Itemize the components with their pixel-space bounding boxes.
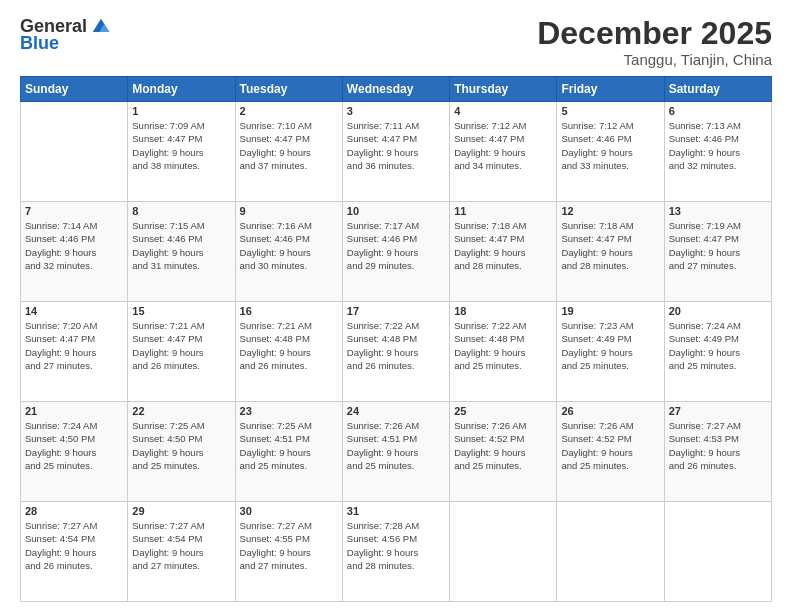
weekday-header-friday: Friday <box>557 77 664 102</box>
day-info: Sunrise: 7:27 AMSunset: 4:53 PMDaylight:… <box>669 419 767 472</box>
day-number: 18 <box>454 305 552 317</box>
day-info: Sunrise: 7:21 AMSunset: 4:47 PMDaylight:… <box>132 319 230 372</box>
day-number: 4 <box>454 105 552 117</box>
day-info: Sunrise: 7:23 AMSunset: 4:49 PMDaylight:… <box>561 319 659 372</box>
day-info: Sunrise: 7:19 AMSunset: 4:47 PMDaylight:… <box>669 219 767 272</box>
day-number: 15 <box>132 305 230 317</box>
calendar-cell: 29Sunrise: 7:27 AMSunset: 4:54 PMDayligh… <box>128 502 235 602</box>
day-number: 27 <box>669 405 767 417</box>
day-info: Sunrise: 7:27 AMSunset: 4:54 PMDaylight:… <box>25 519 123 572</box>
calendar-cell: 10Sunrise: 7:17 AMSunset: 4:46 PMDayligh… <box>342 202 449 302</box>
day-number: 9 <box>240 205 338 217</box>
calendar-cell: 24Sunrise: 7:26 AMSunset: 4:51 PMDayligh… <box>342 402 449 502</box>
day-info: Sunrise: 7:26 AMSunset: 4:52 PMDaylight:… <box>454 419 552 472</box>
day-info: Sunrise: 7:24 AMSunset: 4:50 PMDaylight:… <box>25 419 123 472</box>
calendar-cell <box>664 502 771 602</box>
day-number: 5 <box>561 105 659 117</box>
day-number: 23 <box>240 405 338 417</box>
calendar-cell: 12Sunrise: 7:18 AMSunset: 4:47 PMDayligh… <box>557 202 664 302</box>
weekday-header-tuesday: Tuesday <box>235 77 342 102</box>
day-info: Sunrise: 7:26 AMSunset: 4:51 PMDaylight:… <box>347 419 445 472</box>
day-number: 6 <box>669 105 767 117</box>
day-info: Sunrise: 7:11 AMSunset: 4:47 PMDaylight:… <box>347 119 445 172</box>
weekday-header-saturday: Saturday <box>664 77 771 102</box>
day-info: Sunrise: 7:28 AMSunset: 4:56 PMDaylight:… <box>347 519 445 572</box>
logo-icon <box>91 17 111 37</box>
day-number: 19 <box>561 305 659 317</box>
day-number: 2 <box>240 105 338 117</box>
calendar-cell: 11Sunrise: 7:18 AMSunset: 4:47 PMDayligh… <box>450 202 557 302</box>
calendar-cell: 15Sunrise: 7:21 AMSunset: 4:47 PMDayligh… <box>128 302 235 402</box>
weekday-header-thursday: Thursday <box>450 77 557 102</box>
calendar-week-row: 1Sunrise: 7:09 AMSunset: 4:47 PMDaylight… <box>21 102 772 202</box>
calendar-cell: 20Sunrise: 7:24 AMSunset: 4:49 PMDayligh… <box>664 302 771 402</box>
day-info: Sunrise: 7:18 AMSunset: 4:47 PMDaylight:… <box>454 219 552 272</box>
day-number: 10 <box>347 205 445 217</box>
day-info: Sunrise: 7:09 AMSunset: 4:47 PMDaylight:… <box>132 119 230 172</box>
calendar-cell: 26Sunrise: 7:26 AMSunset: 4:52 PMDayligh… <box>557 402 664 502</box>
calendar-cell <box>557 502 664 602</box>
logo: General Blue <box>20 16 111 54</box>
calendar-cell: 3Sunrise: 7:11 AMSunset: 4:47 PMDaylight… <box>342 102 449 202</box>
day-info: Sunrise: 7:15 AMSunset: 4:46 PMDaylight:… <box>132 219 230 272</box>
weekday-header-monday: Monday <box>128 77 235 102</box>
calendar-cell: 23Sunrise: 7:25 AMSunset: 4:51 PMDayligh… <box>235 402 342 502</box>
calendar-cell: 19Sunrise: 7:23 AMSunset: 4:49 PMDayligh… <box>557 302 664 402</box>
day-info: Sunrise: 7:26 AMSunset: 4:52 PMDaylight:… <box>561 419 659 472</box>
weekday-header-sunday: Sunday <box>21 77 128 102</box>
calendar-cell: 21Sunrise: 7:24 AMSunset: 4:50 PMDayligh… <box>21 402 128 502</box>
weekday-header-wednesday: Wednesday <box>342 77 449 102</box>
day-number: 16 <box>240 305 338 317</box>
calendar-cell: 2Sunrise: 7:10 AMSunset: 4:47 PMDaylight… <box>235 102 342 202</box>
calendar-week-row: 21Sunrise: 7:24 AMSunset: 4:50 PMDayligh… <box>21 402 772 502</box>
day-number: 24 <box>347 405 445 417</box>
day-number: 29 <box>132 505 230 517</box>
day-info: Sunrise: 7:25 AMSunset: 4:51 PMDaylight:… <box>240 419 338 472</box>
calendar-cell: 27Sunrise: 7:27 AMSunset: 4:53 PMDayligh… <box>664 402 771 502</box>
day-info: Sunrise: 7:10 AMSunset: 4:47 PMDaylight:… <box>240 119 338 172</box>
day-info: Sunrise: 7:20 AMSunset: 4:47 PMDaylight:… <box>25 319 123 372</box>
calendar-cell <box>450 502 557 602</box>
calendar-week-row: 7Sunrise: 7:14 AMSunset: 4:46 PMDaylight… <box>21 202 772 302</box>
calendar-table: SundayMondayTuesdayWednesdayThursdayFrid… <box>20 76 772 602</box>
calendar-cell: 5Sunrise: 7:12 AMSunset: 4:46 PMDaylight… <box>557 102 664 202</box>
day-number: 20 <box>669 305 767 317</box>
day-info: Sunrise: 7:27 AMSunset: 4:54 PMDaylight:… <box>132 519 230 572</box>
day-number: 7 <box>25 205 123 217</box>
page-container: General Blue December 2025 Tanggu, Tianj… <box>0 0 792 612</box>
header: General Blue December 2025 Tanggu, Tianj… <box>20 16 772 68</box>
title-block: December 2025 Tanggu, Tianjin, China <box>537 16 772 68</box>
calendar-cell: 22Sunrise: 7:25 AMSunset: 4:50 PMDayligh… <box>128 402 235 502</box>
day-number: 28 <box>25 505 123 517</box>
day-number: 30 <box>240 505 338 517</box>
calendar-cell: 30Sunrise: 7:27 AMSunset: 4:55 PMDayligh… <box>235 502 342 602</box>
logo-blue-text: Blue <box>20 33 59 54</box>
calendar-cell: 25Sunrise: 7:26 AMSunset: 4:52 PMDayligh… <box>450 402 557 502</box>
day-info: Sunrise: 7:18 AMSunset: 4:47 PMDaylight:… <box>561 219 659 272</box>
day-info: Sunrise: 7:24 AMSunset: 4:49 PMDaylight:… <box>669 319 767 372</box>
calendar-cell <box>21 102 128 202</box>
calendar-cell: 7Sunrise: 7:14 AMSunset: 4:46 PMDaylight… <box>21 202 128 302</box>
day-info: Sunrise: 7:22 AMSunset: 4:48 PMDaylight:… <box>347 319 445 372</box>
calendar-cell: 14Sunrise: 7:20 AMSunset: 4:47 PMDayligh… <box>21 302 128 402</box>
day-info: Sunrise: 7:12 AMSunset: 4:47 PMDaylight:… <box>454 119 552 172</box>
calendar-cell: 6Sunrise: 7:13 AMSunset: 4:46 PMDaylight… <box>664 102 771 202</box>
day-number: 1 <box>132 105 230 117</box>
day-number: 25 <box>454 405 552 417</box>
day-number: 12 <box>561 205 659 217</box>
calendar-cell: 16Sunrise: 7:21 AMSunset: 4:48 PMDayligh… <box>235 302 342 402</box>
day-number: 11 <box>454 205 552 217</box>
day-number: 26 <box>561 405 659 417</box>
month-title: December 2025 <box>537 16 772 51</box>
day-number: 13 <box>669 205 767 217</box>
day-number: 14 <box>25 305 123 317</box>
day-number: 22 <box>132 405 230 417</box>
location: Tanggu, Tianjin, China <box>537 51 772 68</box>
day-info: Sunrise: 7:21 AMSunset: 4:48 PMDaylight:… <box>240 319 338 372</box>
calendar-cell: 9Sunrise: 7:16 AMSunset: 4:46 PMDaylight… <box>235 202 342 302</box>
calendar-cell: 28Sunrise: 7:27 AMSunset: 4:54 PMDayligh… <box>21 502 128 602</box>
calendar-cell: 18Sunrise: 7:22 AMSunset: 4:48 PMDayligh… <box>450 302 557 402</box>
day-info: Sunrise: 7:27 AMSunset: 4:55 PMDaylight:… <box>240 519 338 572</box>
day-info: Sunrise: 7:22 AMSunset: 4:48 PMDaylight:… <box>454 319 552 372</box>
calendar-cell: 4Sunrise: 7:12 AMSunset: 4:47 PMDaylight… <box>450 102 557 202</box>
